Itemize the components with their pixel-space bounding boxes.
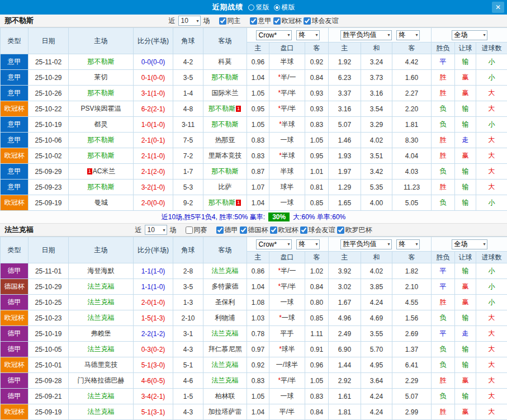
team-link[interactable]: 那不勒斯: [88, 136, 115, 144]
checkbox-input[interactable]: [337, 226, 344, 234]
filter-dropdown[interactable]: Crow*▾: [256, 30, 292, 40]
team-link[interactable]: AC米兰: [93, 167, 116, 175]
team-link[interactable]: 法兰克福: [88, 408, 115, 416]
handicap-result-cell: 赢: [455, 373, 476, 389]
team-link[interactable]: 柏林联: [215, 392, 235, 400]
team-link[interactable]: 法兰克福: [88, 282, 115, 290]
team-link[interactable]: 那不勒斯: [88, 152, 115, 159]
filter-checkbox-欧罗巴杯[interactable]: 欧罗巴杯: [337, 225, 372, 235]
team-link[interactable]: 那不勒斯: [212, 120, 239, 128]
filter-dropdown[interactable]: 全场▾: [452, 239, 487, 249]
checkbox-label: 球会友谊: [309, 225, 335, 235]
filter-dropdown[interactable]: 终▾: [296, 30, 320, 40]
corner-cell: 7-2: [173, 148, 203, 164]
euro-draw-odds: 4.02: [361, 263, 392, 279]
filter-checkbox-球会友谊[interactable]: 球会友谊: [300, 225, 335, 235]
euro-home-odds: 1.81: [329, 404, 361, 420]
team-link[interactable]: 拜仁慕尼黑: [209, 345, 242, 353]
ah-away-odds: 0.92: [305, 54, 329, 70]
team-link[interactable]: 那不勒斯: [88, 89, 115, 97]
team-link[interactable]: 海登海默: [88, 267, 115, 275]
games-count-select[interactable]: 10 ▾: [145, 225, 167, 235]
league-cell: 德甲: [1, 263, 29, 279]
result-cell: 负: [432, 357, 455, 373]
filter-checkbox-同赛[interactable]: 同赛: [186, 225, 207, 235]
filter-dropdown[interactable]: Crow*▾: [256, 239, 292, 249]
checkbox-input[interactable]: [270, 226, 277, 234]
team-link[interactable]: 那不勒斯: [88, 183, 115, 191]
checkbox-input[interactable]: [304, 17, 311, 25]
team-link[interactable]: 都灵: [94, 120, 108, 128]
team-link[interactable]: 法兰克福: [212, 361, 239, 369]
team-link[interactable]: 多特蒙德: [212, 282, 239, 290]
filter-dropdown[interactable]: 终▾: [396, 30, 420, 40]
team-link[interactable]: 法兰克福: [88, 345, 115, 353]
team-link[interactable]: 热那亚: [215, 136, 235, 144]
team-link[interactable]: 圣保利: [215, 298, 235, 306]
column-header: 比分(半场): [134, 237, 173, 263]
team-link[interactable]: 那不勒斯: [88, 58, 115, 65]
dropdown-value: 终: [399, 30, 406, 40]
team-link[interactable]: 法兰克福: [212, 376, 239, 384]
team-link[interactable]: 利物浦: [215, 314, 235, 322]
checkbox-input[interactable]: [250, 17, 257, 25]
filter-dropdown[interactable]: 胜平负均值▾: [340, 30, 392, 40]
layout-radio-horizontal[interactable]: 横版: [274, 3, 295, 12]
team-link[interactable]: 那不勒斯: [209, 199, 235, 206]
euro-draw-odds: 4.69: [361, 310, 392, 326]
filter-checkbox-欧冠杯[interactable]: 欧冠杯: [273, 16, 302, 26]
column-header: 主: [329, 252, 361, 263]
red-card-badge: 1: [236, 106, 241, 112]
checkbox-input[interactable]: [219, 17, 226, 25]
team-link[interactable]: 法兰克福: [212, 267, 239, 275]
team-link[interactable]: 曼城: [94, 199, 108, 206]
layout-radio-vertical[interactable]: 竖版: [248, 3, 269, 12]
score-cell: 0-1(0-0): [134, 70, 173, 86]
filter-dropdown[interactable]: 终▾: [296, 239, 320, 249]
checkbox-input[interactable]: [300, 226, 307, 234]
team-link[interactable]: 那不勒斯: [212, 167, 239, 175]
filter-checkbox-德甲[interactable]: 德甲: [216, 225, 238, 235]
filter-dropdown[interactable]: 终▾: [396, 239, 420, 249]
ah-home-odds: 0.86: [247, 263, 269, 279]
handicap-line-cell: 一/球半: [269, 357, 305, 373]
euro-home-odds: 3.37: [329, 86, 361, 101]
team-link[interactable]: 加拉塔萨雷: [209, 408, 242, 416]
away-team-cell: 法兰克福: [203, 357, 247, 373]
team-link[interactable]: 里斯本竞技: [209, 152, 242, 159]
team-link[interactable]: 那不勒斯: [212, 73, 239, 81]
team-link[interactable]: 门兴格拉德巴赫: [78, 376, 125, 384]
team-link[interactable]: 法兰克福: [88, 392, 115, 400]
team-link[interactable]: 国际米兰: [212, 89, 239, 97]
team-link[interactable]: 那不勒斯: [209, 105, 235, 112]
filter-dropdown[interactable]: 胜平负均值▾: [340, 239, 392, 249]
team-link[interactable]: PSV埃因霍温: [80, 105, 121, 112]
filter-dropdown[interactable]: 全场▾: [452, 30, 487, 40]
team-link[interactable]: 马德里竞技: [84, 361, 118, 369]
page-title: 近期战绩: [212, 2, 244, 12]
checkbox-group: 同主意甲欧冠杯球会友谊: [217, 16, 339, 26]
goals-result-cell: 小: [476, 279, 507, 295]
filter-checkbox-同主[interactable]: 同主: [219, 16, 241, 26]
close-icon[interactable]: ✕: [492, 2, 504, 13]
checkbox-input[interactable]: [240, 226, 247, 234]
away-team-cell: 热那亚: [203, 133, 247, 148]
filter-checkbox-意甲[interactable]: 意甲: [250, 16, 272, 26]
filter-checkbox-欧冠杯[interactable]: 欧冠杯: [270, 225, 298, 235]
team-link[interactable]: 比萨: [219, 183, 232, 191]
games-count-select[interactable]: 10 ▾: [178, 16, 201, 26]
checkbox-input[interactable]: [186, 226, 193, 234]
handicap-line-cell: 一球: [269, 195, 305, 211]
team-link[interactable]: 莱切: [94, 73, 108, 81]
team-link[interactable]: 法兰克福: [88, 314, 115, 322]
team-link[interactable]: 弗赖堡: [91, 329, 111, 337]
checkbox-input[interactable]: [216, 226, 224, 234]
team-link[interactable]: 科莫: [219, 58, 232, 65]
checkbox-input[interactable]: [273, 17, 281, 25]
filter-checkbox-德国杯[interactable]: 德国杯: [240, 225, 268, 235]
team-link[interactable]: 法兰克福: [212, 329, 239, 337]
filter-checkbox-球会友谊[interactable]: 球会友谊: [304, 16, 339, 26]
handicap-result-cell: 走: [455, 133, 476, 148]
team-link[interactable]: 法兰克福: [88, 298, 115, 306]
ah-home-odds: 0.83: [247, 373, 269, 389]
